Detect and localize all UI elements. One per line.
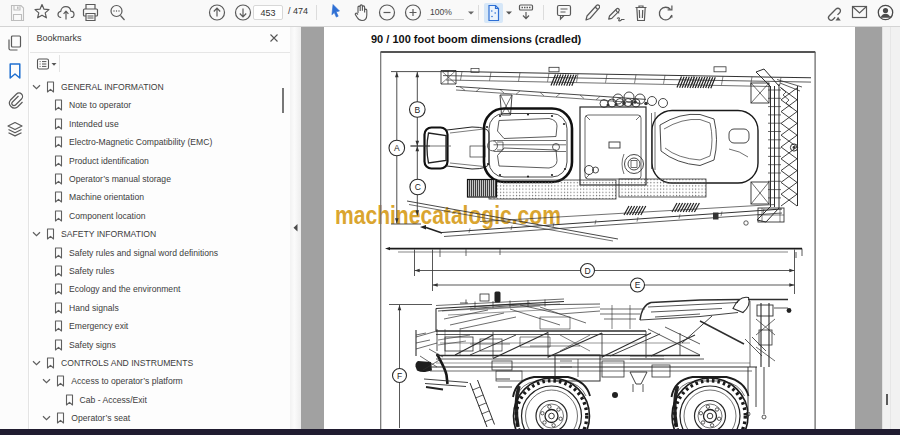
svg-text:E: E bbox=[635, 280, 641, 290]
svg-text:C: C bbox=[415, 182, 421, 192]
svg-text:D: D bbox=[584, 266, 590, 276]
svg-text:B: B bbox=[414, 105, 420, 115]
svg-text:A: A bbox=[394, 143, 400, 153]
svg-text:F: F bbox=[397, 371, 402, 381]
